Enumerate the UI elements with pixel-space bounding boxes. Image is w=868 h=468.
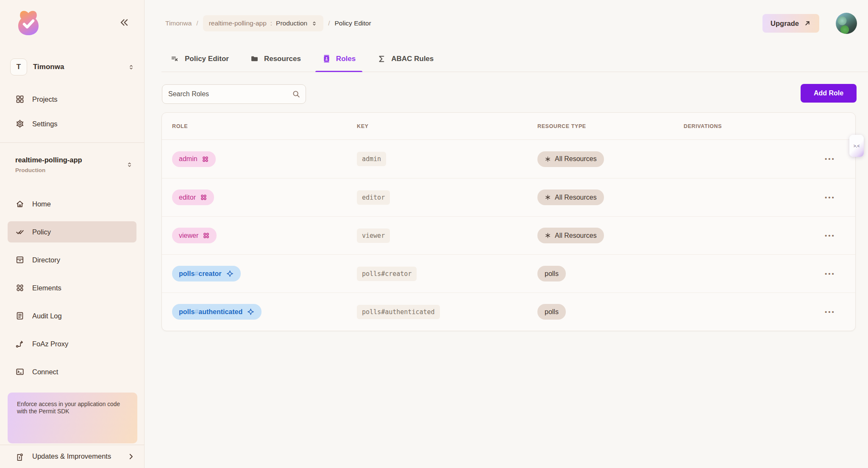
role-badge-label: editor — [179, 194, 196, 201]
role-badge[interactable]: polls#authenticated — [172, 304, 262, 320]
sidebar-item-directory[interactable]: Directory — [8, 249, 136, 270]
role-key: viewer — [357, 228, 390, 243]
feedback-widget[interactable]: >.< — [849, 135, 864, 157]
role-key: polls#creator — [357, 267, 417, 281]
roles-badge-icon — [203, 232, 210, 239]
sidebar-collapse-icon[interactable] — [119, 17, 130, 28]
breadcrumb: Timonwa / realtime-polling-app : Product… — [165, 13, 371, 34]
tab-roles[interactable]: Roles — [321, 46, 356, 72]
sidebar-item-label: FoAz Proxy — [32, 340, 68, 348]
megaphone-icon — [15, 453, 25, 462]
tab-label: Resources — [264, 55, 301, 63]
chevron-right-icon — [127, 453, 135, 460]
main-content: Timonwa / realtime-polling-app : Product… — [145, 0, 868, 468]
gear-icon — [15, 119, 25, 128]
role-badge-label: polls#authenticated — [179, 308, 242, 316]
sidebar-item-connect[interactable]: Connect — [8, 361, 136, 382]
row-menu-button[interactable]: ••• — [825, 155, 835, 162]
folder-icon — [250, 54, 259, 63]
row-menu-button[interactable]: ••• — [825, 270, 835, 277]
upgrade-button[interactable]: Upgrade — [762, 14, 819, 33]
asterisk-icon — [545, 156, 551, 162]
updates-improvements-link[interactable]: Updates & Improvements — [15, 452, 135, 462]
table-row: viewerviewerAll Resources••• — [162, 216, 855, 254]
route-icon — [15, 339, 25, 348]
chevron-updown-icon — [128, 64, 135, 71]
resource-type-label: All Resources — [555, 232, 597, 240]
breadcrumb-project-env-selector[interactable]: realtime-polling-app : Production — [203, 15, 324, 31]
role-resource-part: polls — [179, 270, 195, 278]
role-hash: # — [195, 308, 198, 316]
breadcrumb-org[interactable]: Timonwa — [165, 20, 192, 27]
row-menu-button[interactable]: ••• — [825, 194, 835, 201]
double-check-icon — [15, 227, 25, 237]
updates-improvements-label: Updates & Improvements — [32, 452, 120, 461]
home-icon — [15, 199, 25, 209]
column-header: RESOURCE TYPE — [527, 123, 673, 129]
role-badge[interactable]: polls#creator — [172, 266, 241, 281]
sdk-promo-banner[interactable]: Enforce access in your application code … — [8, 393, 137, 443]
roles-table: ROLEKEYRESOURCE TYPEDERIVATIONS adminadm… — [161, 112, 856, 331]
sidebar-item-foaz-proxy[interactable]: FoAz Proxy — [8, 333, 136, 354]
tab-abac-rules[interactable]: ABAC Rules — [376, 46, 434, 72]
resource-type-badge: All Resources — [537, 151, 604, 167]
roles-badge-icon — [202, 156, 209, 163]
feedback-widget-face: >.< — [854, 144, 860, 148]
sidebar-nav: HomePolicyDirectoryElementsAudit LogFoAz… — [0, 193, 144, 389]
sidebar-item-label: Directory — [32, 256, 60, 264]
tab-policy-editor[interactable]: Policy Editor — [170, 46, 230, 72]
row-menu-button[interactable]: ••• — [825, 232, 835, 239]
chevron-updown-icon — [126, 161, 133, 168]
tab-label: Policy Editor — [185, 55, 229, 63]
sidebar-item-label: Settings — [32, 120, 58, 128]
column-header: ROLE — [162, 123, 347, 129]
row-menu-button[interactable]: ••• — [825, 308, 835, 315]
sidebar-item-label: Projects — [32, 95, 58, 103]
roles-table-body: adminadminAll Resources•••editoreditorAl… — [162, 140, 855, 331]
sidebar-item-projects[interactable]: Projects — [0, 87, 144, 111]
column-header: DERIVATIONS — [673, 123, 815, 129]
role-name-part: authenticated — [198, 308, 242, 316]
role-key: polls#authenticated — [357, 305, 440, 319]
terminal-icon — [15, 367, 25, 376]
role-badge-label: admin — [179, 155, 198, 163]
sidebar-item-elements[interactable]: Elements — [8, 277, 136, 298]
tab-label: ABAC Rules — [391, 55, 434, 63]
breadcrumb-page: Policy Editor — [334, 20, 371, 27]
project-name: realtime-polling-app — [15, 156, 135, 164]
resource-type-badge: All Resources — [537, 228, 604, 243]
tab-resources[interactable]: Resources — [249, 46, 302, 72]
user-avatar[interactable] — [836, 13, 857, 34]
sidebar-item-home[interactable]: Home — [8, 193, 136, 214]
tab-label: Roles — [336, 55, 356, 63]
roles-table-header: ROLEKEYRESOURCE TYPEDERIVATIONS — [162, 113, 855, 140]
sidebar-item-policy[interactable]: Policy — [8, 221, 136, 242]
list-check-icon — [170, 54, 180, 64]
sidebar-item-label: Connect — [32, 368, 58, 376]
table-row: adminadminAll Resources••• — [162, 140, 855, 178]
workspace-switcher[interactable]: T Timonwa — [10, 58, 135, 75]
role-name-part: creator — [198, 270, 221, 278]
sidebar-item-audit-log[interactable]: Audit Log — [8, 305, 136, 326]
sidebar: T Timonwa ProjectsSettings realtime-poll… — [0, 0, 145, 468]
add-role-button[interactable]: Add Role — [801, 84, 857, 103]
elements-icon — [15, 283, 25, 292]
resource-type-label: All Resources — [555, 155, 597, 163]
sidebar-item-settings[interactable]: Settings — [0, 111, 144, 136]
column-header: KEY — [347, 123, 527, 129]
role-badge[interactable]: editor — [172, 189, 214, 205]
breadcrumb-colon: : — [270, 20, 272, 27]
search-roles-input[interactable] — [162, 84, 306, 104]
resource-type-label: polls — [545, 308, 559, 316]
role-resource-part: polls — [179, 308, 195, 316]
project-switcher[interactable]: realtime-polling-app Production — [15, 156, 135, 173]
resource-type-badge: All Resources — [537, 189, 604, 205]
table-row: editoreditorAll Resources••• — [162, 178, 855, 216]
audit-log-icon — [15, 311, 25, 320]
table-row: polls#authenticatedpolls#authenticatedpo… — [162, 292, 855, 331]
role-badge[interactable]: viewer — [172, 228, 217, 243]
project-environment: Production — [15, 167, 135, 173]
sparkle-icon — [247, 308, 255, 316]
asterisk-icon — [545, 232, 551, 239]
role-badge[interactable]: admin — [172, 151, 216, 167]
